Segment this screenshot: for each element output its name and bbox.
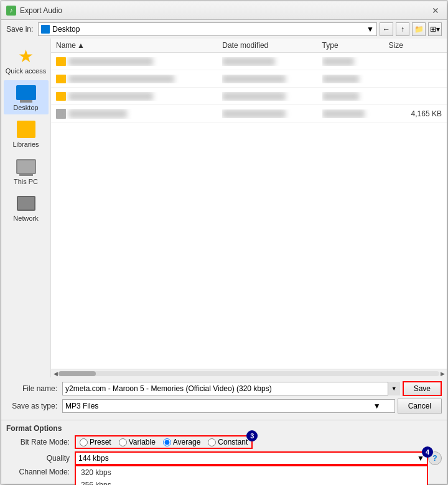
sidebar-item-desktop[interactable]: Desktop — [4, 80, 49, 114]
save-in-label: Save in: — [6, 25, 33, 34]
quality-label: Quality — [6, 451, 75, 463]
sidebar-label-quick-access: Quick access — [6, 67, 46, 75]
export-audio-dialog: ♪ Export Audio ✕ Save in: Desktop ▼ ← ↑ … — [1, 1, 447, 484]
col-header-name[interactable]: Name ▲ — [56, 41, 222, 50]
views-button[interactable]: ⊞▾ — [428, 22, 442, 36]
quality-wrap: 144 kbps ▼ 4 320 kbps 256 kbps 224 kbps … — [75, 451, 428, 465]
bit-rate-badge: 3 — [246, 430, 258, 441]
cancel-button[interactable]: Cancel — [398, 399, 442, 413]
quality-option-320[interactable]: 320 kbps — [76, 466, 427, 479]
sidebar: ★ Quick access Desktop Libraries — [1, 39, 51, 377]
quality-dropdown-list: 320 kbps 256 kbps 224 kbps 192 kbps 160 … — [75, 465, 428, 485]
col-header-type[interactable]: Type — [322, 41, 389, 50]
radio-average[interactable]: Average — [163, 438, 200, 446]
dialog-title: Export Audio — [20, 6, 429, 15]
file-name-label: File name: — [6, 384, 62, 393]
sidebar-item-libraries[interactable]: Libraries — [4, 117, 49, 151]
file-list: ████████████████ ██████████ ██████ █████… — [51, 53, 447, 369]
cancel-action: Cancel — [398, 399, 442, 413]
save-button[interactable]: Save — [403, 381, 442, 396]
bit-rate-row: Bit Rate Mode: 3 Preset Variable Average — [6, 435, 442, 449]
format-options: Bit Rate Mode: 3 Preset Variable Average — [1, 435, 447, 484]
quick-access-icon: ★ — [15, 46, 37, 66]
scrollbar-track — [58, 371, 439, 376]
quality-badge: 4 — [422, 446, 433, 458]
radio-constant-input[interactable] — [208, 438, 216, 446]
format-options-title: Format Options — [1, 420, 447, 435]
location-value: Desktop — [52, 25, 80, 34]
file-icon — [56, 109, 66, 119]
table-row[interactable]: ████████████████████ ████████████ ██████… — [51, 70, 447, 88]
title-bar: ♪ Export Audio ✕ — [1, 1, 447, 20]
file-name-row: File name: ▼ Save — [6, 381, 442, 396]
folder-icon — [56, 57, 66, 66]
sidebar-item-quick-access[interactable]: ★ Quick access — [4, 44, 49, 78]
bottom-bar: File name: ▼ Save Save as type: MP3 File… — [1, 377, 447, 420]
location-dropdown[interactable]: Desktop ▼ — [38, 22, 377, 36]
bit-rate-mode-group: 3 Preset Variable Average Constant — [75, 435, 253, 449]
file-name-wrap: ▼ — [62, 382, 400, 395]
sidebar-item-network[interactable]: Network — [4, 191, 49, 225]
file-size: 4,165 KB — [388, 109, 442, 118]
form-actions: Save — [403, 381, 442, 396]
horizontal-scrollbar[interactable]: ◀ ▶ — [51, 369, 447, 377]
dialog-icon: ♪ — [6, 6, 16, 16]
scrollbar-thumb[interactable] — [58, 371, 96, 376]
sidebar-label-this-pc: This PC — [14, 178, 38, 186]
main-content: ★ Quick access Desktop Libraries — [1, 39, 447, 377]
radio-variable[interactable]: Variable — [119, 438, 156, 446]
folder-icon — [56, 92, 66, 101]
quality-row: Quality 144 kbps ▼ 4 320 kbps 256 kbps 2… — [6, 451, 442, 465]
save-as-dropdown[interactable]: MP3 Files ▼ — [62, 399, 395, 413]
file-name-input[interactable] — [62, 382, 400, 395]
save-as-wrap: MP3 Files ▼ — [62, 399, 395, 413]
new-folder-button[interactable]: 📁 — [412, 22, 426, 36]
desktop-icon — [15, 83, 37, 103]
sidebar-item-this-pc[interactable]: This PC — [4, 154, 49, 188]
table-row[interactable]: ███████████ ████████████ ████████ 4,165 … — [51, 105, 447, 122]
radio-variable-input[interactable] — [119, 438, 127, 446]
save-as-label: Save as type: — [6, 402, 62, 410]
save-as-row: Save as type: MP3 Files ▼ Cancel — [6, 399, 442, 413]
file-name-dropdown-arrow[interactable]: ▼ — [388, 382, 400, 395]
col-header-date[interactable]: Date modified — [222, 41, 322, 50]
scroll-left-btn[interactable]: ◀ — [52, 369, 58, 378]
libraries-icon — [15, 119, 37, 139]
radio-average-input[interactable] — [163, 438, 171, 446]
this-pc-icon — [15, 157, 37, 177]
channel-mode-label: Channel Mode: — [6, 468, 75, 476]
scroll-right-btn[interactable]: ▶ — [439, 369, 446, 378]
forward-button[interactable]: ↑ — [396, 22, 409, 36]
quality-value: 144 kbps — [78, 454, 109, 463]
radio-preset-input[interactable] — [80, 438, 88, 446]
location-dropdown-arrow: ▼ — [366, 25, 374, 34]
col-header-size[interactable]: Size — [388, 41, 442, 50]
sidebar-label-libraries: Libraries — [12, 141, 39, 149]
sidebar-label-network: Network — [13, 215, 38, 223]
back-button[interactable]: ← — [380, 22, 393, 36]
quality-option-256[interactable]: 256 kbps — [76, 479, 427, 485]
save-in-toolbar: Save in: Desktop ▼ ← ↑ 📁 ⊞▾ — [1, 20, 447, 39]
table-row[interactable]: ████████████████ ██████████ ██████ — [51, 53, 447, 70]
network-icon — [15, 193, 37, 213]
radio-preset[interactable]: Preset — [80, 438, 111, 446]
file-header: Name ▲ Date modified Type Size — [51, 39, 447, 53]
file-panel: Name ▲ Date modified Type Size █████████… — [51, 39, 447, 377]
sidebar-label-desktop: Desktop — [13, 104, 38, 112]
quality-dropdown[interactable]: 144 kbps ▼ 4 — [75, 451, 428, 465]
bit-rate-label: Bit Rate Mode: — [6, 438, 75, 446]
radio-constant[interactable]: Constant — [208, 438, 248, 446]
close-button[interactable]: ✕ — [429, 4, 442, 17]
folder-icon — [56, 75, 66, 83]
table-row[interactable]: ████████████████ ████████████ ███████ — [51, 88, 447, 105]
